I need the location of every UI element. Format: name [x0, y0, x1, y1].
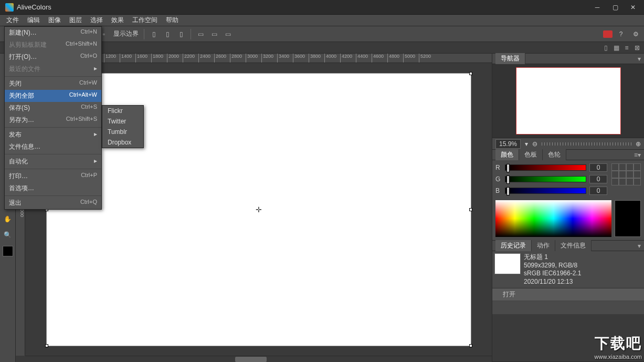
ruler-tick: 3400: [277, 54, 293, 63]
swatch-grid[interactable]: [611, 163, 641, 198]
zoom-in-button[interactable]: ⊕: [636, 140, 641, 148]
zoom-slider[interactable]: [542, 142, 631, 146]
menu-edit[interactable]: 编辑: [23, 15, 44, 26]
blue-slider[interactable]: [505, 188, 586, 194]
wheel-tab[interactable]: 色轮: [543, 149, 566, 160]
red-value[interactable]: 0: [589, 163, 607, 172]
navigator-thumbnail[interactable]: [516, 67, 621, 135]
transform-handle[interactable]: [469, 72, 472, 75]
zoom-value[interactable]: 15.9%: [495, 139, 521, 149]
g-label: G: [495, 175, 502, 183]
panel-menu-icon[interactable]: ▾: [638, 55, 641, 63]
align-left-button[interactable]: ▯: [147, 28, 160, 40]
doc-dims: 5099x3299, RGB/8: [524, 262, 581, 270]
fileinfo-tab[interactable]: 文件信息: [555, 240, 592, 251]
blue-value[interactable]: 0: [589, 187, 607, 195]
publish-flickr[interactable]: Flickr: [102, 106, 143, 116]
red-slider[interactable]: [505, 164, 586, 171]
doc-list-icon[interactable]: ≡: [623, 44, 630, 51]
align-bottom-button[interactable]: ▭: [221, 28, 234, 40]
history-step[interactable]: 打开: [492, 288, 644, 301]
file-menu-dropdown: 新建(N)…Ctrl+N 从剪贴板新建Ctrl+Shift+N 打开(O)…Ct…: [4, 26, 102, 210]
right-panel-dock: 导航器 ▾ 15.9% ▾ ⊖ ⊕ 颜色 色板 色轮 ≡▾: [492, 54, 644, 362]
navigator-panel: 导航器 ▾ 15.9% ▾ ⊖ ⊕: [492, 54, 644, 150]
history-snapshot[interactable]: 无标题 1 5099x3299, RGB/8 sRGB IEC61966-2.1…: [492, 251, 644, 288]
r-label: R: [495, 164, 502, 171]
menu-layer[interactable]: 图层: [65, 15, 86, 26]
navigator-tab[interactable]: 导航器: [495, 53, 525, 64]
navigator-body[interactable]: [492, 64, 644, 138]
align-center-v-button[interactable]: ▭: [208, 28, 220, 40]
menu-close[interactable]: 关闭Ctrl+W: [5, 78, 101, 90]
transform-handle[interactable]: [469, 344, 472, 347]
hand-tool[interactable]: ✋: [1, 212, 15, 226]
transform-handle[interactable]: [469, 208, 472, 211]
menu-help[interactable]: 帮助: [162, 15, 183, 26]
history-tab[interactable]: 历史记录: [495, 240, 532, 251]
color-spectrum[interactable]: [495, 200, 611, 237]
zoom-out-button[interactable]: ⊖: [532, 140, 537, 148]
doc-profile: sRGB IEC61966-2.1: [524, 270, 581, 278]
close-window-button[interactable]: ✕: [624, 2, 642, 13]
horizontal-scrollbar[interactable]: [25, 356, 492, 362]
history-panel: 历史记录 动作 文件信息 ▾ 无标题 1 5099x3299, RGB/8 sR…: [492, 241, 644, 362]
ruler-tick: 1400: [120, 54, 135, 63]
menu-effects[interactable]: 效果: [107, 15, 128, 26]
menu-preferences[interactable]: 首选项…: [5, 182, 101, 194]
zoom-tool[interactable]: 🔍: [1, 228, 15, 242]
transform-handle[interactable]: [45, 344, 48, 347]
color-panel: 颜色 色板 色轮 ≡▾ R 0 G: [492, 150, 644, 241]
menu-publish[interactable]: 发布▸: [5, 129, 101, 141]
panel-menu-icon[interactable]: ≡▾: [634, 151, 641, 159]
actions-tab[interactable]: 动作: [532, 240, 555, 251]
menu-open[interactable]: 打开(O)…Ctrl+O: [5, 51, 101, 63]
menu-image[interactable]: 图像: [44, 15, 65, 26]
align-right-button[interactable]: ▯: [175, 28, 187, 40]
menu-file[interactable]: 文件: [2, 15, 23, 26]
green-value[interactable]: 0: [589, 175, 607, 183]
align-top-button[interactable]: ▭: [194, 28, 207, 40]
menu-save[interactable]: 保存(S)Ctrl+S: [5, 102, 101, 114]
zoom-dropdown-icon[interactable]: ▾: [525, 140, 528, 148]
menu-exit[interactable]: 退出Ctrl+Q: [5, 197, 101, 209]
ruler-tick: 3800: [309, 54, 324, 63]
publish-dropbox[interactable]: Dropbox: [102, 137, 143, 148]
snapshot-info: 无标题 1 5099x3299, RGB/8 sRGB IEC61966-2.1…: [524, 253, 581, 286]
ruler-tick: 2200: [183, 54, 198, 63]
scrollbar-thumb[interactable]: [235, 357, 267, 362]
menu-select[interactable]: 选择: [86, 15, 107, 26]
feedback-icon[interactable]: [603, 30, 613, 38]
swatches-tab[interactable]: 色板: [519, 149, 543, 160]
doc-grid-icon[interactable]: ▦: [613, 44, 620, 51]
foreground-color-swatch[interactable]: [3, 246, 13, 256]
menu-new-from-clipboard: 从剪贴板新建Ctrl+Shift+N: [5, 39, 101, 51]
menu-new[interactable]: 新建(N)…Ctrl+N: [5, 27, 101, 39]
color-tab[interactable]: 颜色: [495, 149, 519, 160]
app-logo-icon: [5, 3, 14, 12]
settings-icon[interactable]: ⚙: [629, 28, 642, 40]
doc-close-icon[interactable]: ⊠: [634, 44, 641, 51]
ruler-tick: 1800: [151, 54, 167, 63]
app-title: AliveColors: [17, 3, 588, 11]
align-center-h-button[interactable]: ▯: [161, 28, 174, 40]
menu-save-as[interactable]: 另存为…Ctrl+Shift+S: [5, 114, 101, 126]
panel-menu-icon[interactable]: ▾: [638, 242, 641, 250]
menu-workspace[interactable]: 工作空间: [128, 15, 162, 26]
minimize-button[interactable]: ─: [588, 2, 606, 13]
menu-automate[interactable]: 自动化▸: [5, 156, 101, 168]
publish-twitter[interactable]: Twitter: [102, 116, 143, 127]
ruler-tick: 3600: [293, 54, 309, 63]
menu-recent: 最近的文件▸: [5, 63, 101, 75]
ruler-tick: 2800: [230, 54, 246, 63]
ruler-tick: 1600: [135, 54, 151, 63]
current-color-swatch[interactable]: [615, 200, 641, 237]
publish-tumblr[interactable]: Tumblr: [102, 127, 143, 137]
maximize-button[interactable]: ▢: [606, 2, 624, 13]
menu-close-all[interactable]: 关闭全部Ctrl+Alt+W: [5, 90, 101, 102]
menu-file-info[interactable]: 文件信息…: [5, 141, 101, 153]
green-slider[interactable]: [505, 176, 586, 182]
doc-page-icon[interactable]: ▯: [602, 44, 609, 51]
help-icon[interactable]: ?: [615, 28, 627, 40]
menu-print[interactable]: 打印…Ctrl+P: [5, 170, 101, 182]
ruler-tick: 4200: [340, 54, 356, 63]
